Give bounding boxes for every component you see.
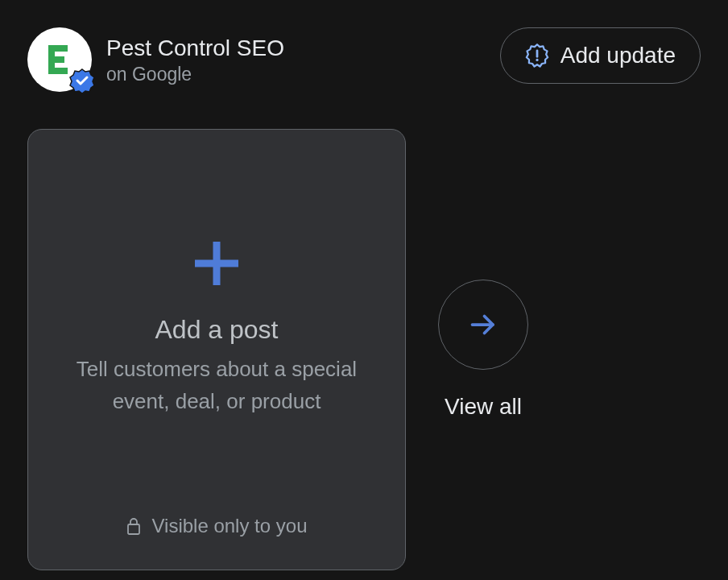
view-all-circle xyxy=(438,280,528,370)
header: Pest Control SEO on Google Add update xyxy=(27,27,701,92)
verified-badge-icon xyxy=(69,68,95,93)
burst-badge-icon xyxy=(525,44,549,68)
svg-point-6 xyxy=(536,59,538,61)
view-all-label: View all xyxy=(445,394,522,420)
page-root: Pest Control SEO on Google Add update Ad… xyxy=(0,0,728,580)
svg-rect-4 xyxy=(61,68,68,74)
profile-block: Pest Control SEO on Google xyxy=(27,27,284,92)
add-post-title: Add a post xyxy=(155,315,279,345)
arrow-right-icon xyxy=(469,310,498,339)
business-name: Pest Control SEO xyxy=(106,34,284,62)
visibility-text: Visible only to you xyxy=(151,515,307,537)
view-all-button[interactable]: View all xyxy=(438,280,528,420)
avatar-wrapper xyxy=(27,27,92,92)
profile-text: Pest Control SEO on Google xyxy=(106,34,284,85)
add-post-card[interactable]: Add a post Tell customers about a specia… xyxy=(27,129,406,570)
plus-icon xyxy=(188,234,246,292)
svg-rect-9 xyxy=(128,524,139,534)
add-update-label: Add update xyxy=(560,43,676,68)
add-update-button[interactable]: Add update xyxy=(500,27,701,84)
lock-icon xyxy=(126,517,142,535)
business-subtitle: on Google xyxy=(106,64,284,85)
content-row: Add a post Tell customers about a specia… xyxy=(27,129,701,570)
add-post-description: Tell customers about a special event, de… xyxy=(28,353,405,418)
svg-rect-2 xyxy=(48,56,64,63)
visibility-note: Visible only to you xyxy=(126,515,307,537)
